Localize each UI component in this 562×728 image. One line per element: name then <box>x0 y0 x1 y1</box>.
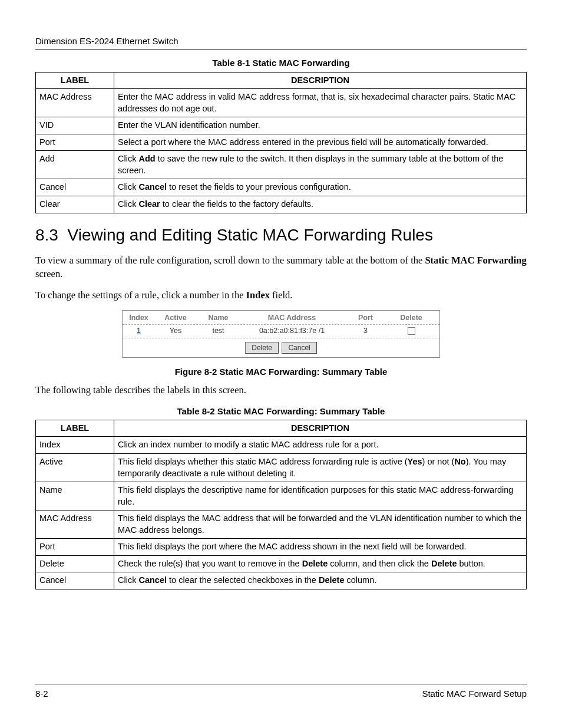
table-row: CancelClick Cancel to clear the selected… <box>36 572 527 589</box>
section-heading: 8.3 Viewing and Editing Static MAC Forwa… <box>35 224 527 246</box>
cell-label: MAC Address <box>36 89 114 117</box>
col-header-delete: Delete <box>388 313 435 323</box>
cell-description: This field displays the MAC address that… <box>114 510 527 539</box>
index-link[interactable]: 1 <box>137 327 141 335</box>
cell-delete <box>388 326 435 336</box>
table-row: ClearClick Clear to clear the fields to … <box>36 196 527 213</box>
cell-description: Click an index number to modify a static… <box>114 437 527 454</box>
figure-summary-table: Index Active Name MAC Address Port Delet… <box>122 310 440 358</box>
page-header: Dimension ES-2024 Ethernet Switch <box>35 35 527 50</box>
table-row: CancelClick Cancel to reset the fields t… <box>36 179 527 196</box>
cell-label: Add <box>36 151 114 179</box>
cell-label: Cancel <box>36 179 114 196</box>
summary-header-row: Index Active Name MAC Address Port Delet… <box>123 311 439 324</box>
col-header-active: Active <box>155 313 196 323</box>
table-row: VIDEnter the VLAN identification number. <box>36 117 527 134</box>
table-2-caption: Table 8-2 Static MAC Forwarding: Summary… <box>35 406 527 417</box>
figure-caption: Figure 8-2 Static MAC Forwarding: Summar… <box>35 366 527 378</box>
table-1-col-desc: DESCRIPTION <box>114 72 527 89</box>
header-title: Dimension ES-2024 Ethernet Switch <box>35 36 178 46</box>
cell-description: Click Clear to clear the fields to the f… <box>114 196 527 213</box>
table-row: NameThis field displays the descriptive … <box>36 482 527 510</box>
table-row: MAC AddressThis field displays the MAC a… <box>36 510 527 539</box>
cell-active: Yes <box>155 326 196 336</box>
cell-description: Select a port where the MAC address ente… <box>114 134 527 151</box>
cell-label: Name <box>36 482 114 510</box>
delete-checkbox[interactable] <box>408 327 415 335</box>
summary-data-row: 1 Yes test 0a:b2:a0:81:f3:7e /1 3 <box>123 324 439 338</box>
page-footer: 8-2 Static MAC Forward Setup <box>35 684 527 700</box>
cell-description: Enter the MAC address in valid MAC addre… <box>114 89 527 117</box>
cell-description: Click Add to save the new rule to the sw… <box>114 151 527 179</box>
cell-label: Index <box>36 437 114 454</box>
table-row: PortSelect a port where the MAC address … <box>36 134 527 151</box>
cell-description: This field displays the descriptive name… <box>114 482 527 510</box>
cell-mac: 0a:b2:a0:81:f3:7e /1 <box>240 326 343 336</box>
table-1-col-label: LABEL <box>36 72 114 89</box>
table-row: DeleteCheck the rule(s) that you want to… <box>36 555 527 572</box>
cell-label: Port <box>36 539 114 556</box>
cell-description: This field displays the port where the M… <box>114 539 527 556</box>
table-row: AddClick Add to save the new rule to the… <box>36 151 527 179</box>
table-row: PortThis field displays the port where t… <box>36 539 527 556</box>
cell-port: 3 <box>343 326 388 336</box>
footer-left: 8-2 <box>35 688 48 700</box>
paragraph-3: The following table describes the labels… <box>35 384 527 397</box>
col-header-index: Index <box>123 313 155 323</box>
cell-description: Check the rule(s) that you want to remov… <box>114 555 527 572</box>
cell-description: Enter the VLAN identification number. <box>114 117 527 134</box>
paragraph-1: To view a summary of the rule configurat… <box>35 254 527 281</box>
section-number: 8.3 <box>35 226 58 244</box>
cell-description: Click Cancel to reset the fields to your… <box>114 179 527 196</box>
cell-name: test <box>196 326 240 336</box>
cell-label: MAC Address <box>36 510 114 539</box>
table-row: IndexClick an index number to modify a s… <box>36 437 527 454</box>
table-1: LABEL DESCRIPTION MAC AddressEnter the M… <box>35 72 527 213</box>
cancel-button[interactable]: Cancel <box>282 342 316 354</box>
cell-label: VID <box>36 117 114 134</box>
footer-right: Static MAC Forward Setup <box>422 688 527 700</box>
table-2: LABEL DESCRIPTION IndexClick an index nu… <box>35 420 527 589</box>
cell-label: Cancel <box>36 572 114 589</box>
section-title: Viewing and Editing Static MAC Forwardin… <box>68 226 433 244</box>
cell-description: This field displays whether this static … <box>114 453 527 482</box>
cell-label: Clear <box>36 196 114 213</box>
col-header-mac: MAC Address <box>240 313 343 323</box>
cell-label: Port <box>36 134 114 151</box>
table-row: ActiveThis field displays whether this s… <box>36 453 527 482</box>
cell-label: Active <box>36 453 114 482</box>
table-1-body: MAC AddressEnter the MAC address in vali… <box>36 89 527 213</box>
summary-box: Index Active Name MAC Address Port Delet… <box>122 310 440 358</box>
cell-label: Delete <box>36 555 114 572</box>
paragraph-2: To change the settings of a rule, click … <box>35 289 527 302</box>
table-2-col-label: LABEL <box>36 420 114 437</box>
table-2-body: IndexClick an index number to modify a s… <box>36 437 527 589</box>
cell-description: Click Cancel to clear the selected check… <box>114 572 527 589</box>
col-header-name: Name <box>196 313 240 323</box>
table-1-caption: Table 8-1 Static MAC Forwarding <box>35 57 527 69</box>
table-2-col-desc: DESCRIPTION <box>114 420 527 437</box>
table-row: MAC AddressEnter the MAC address in vali… <box>36 89 527 117</box>
col-header-port: Port <box>343 313 388 323</box>
delete-button[interactable]: Delete <box>245 342 279 354</box>
summary-button-row: Delete Cancel <box>123 338 439 357</box>
